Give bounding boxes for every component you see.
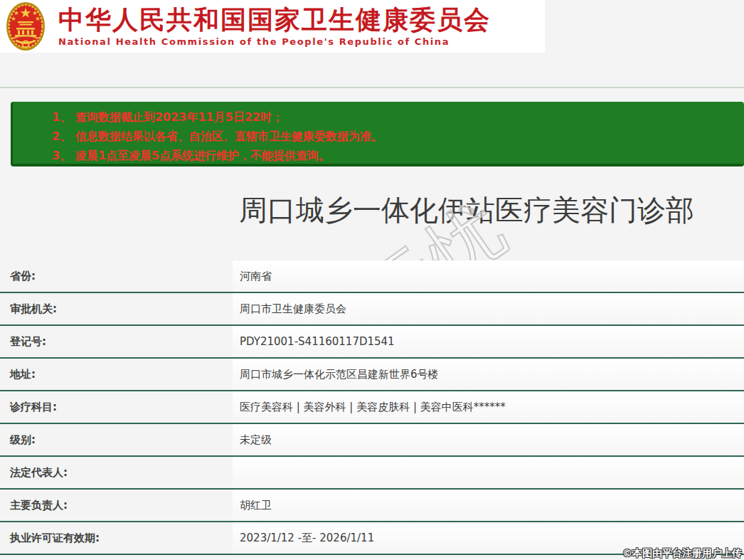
table-row: 地址:周口市城乡一体化示范区昌建新世界6号楼 xyxy=(0,359,744,391)
field-value: 医疗美容科 | 美容外科 | 美容皮肤科 | 美容中医科****** xyxy=(233,391,744,423)
field-value: PDY21001-S41160117D1541 xyxy=(233,326,744,357)
field-label: 级别: xyxy=(0,424,233,455)
field-label: 法定代表人: xyxy=(0,457,233,488)
site-title-chinese: 中华人民共和国国家卫生健康委员会 xyxy=(58,6,491,34)
field-label: 诊疗科目: xyxy=(0,391,233,423)
site-title-english: National Health Commission of the People… xyxy=(58,36,491,47)
field-value: 河南省 xyxy=(233,260,744,292)
field-label: 省份: xyxy=(0,260,233,292)
notice-item: 2、 信息数据结果以各省、自治区、直辖市卫生健康委数据为准。 xyxy=(52,127,738,146)
field-value xyxy=(233,457,744,488)
field-label: 主要负责人: xyxy=(0,490,233,521)
header-divider xyxy=(0,87,744,88)
image-attribution: ©本图由平台注册用户上传 xyxy=(622,547,742,560)
institution-info-table: 省份:河南省审批机关:周口市卫生健康委员会登记号:PDY21001-S41160… xyxy=(0,260,744,555)
notice-item: 3、 凌晨1点至凌晨5点系统进行维护，不能提供查询。 xyxy=(52,146,738,165)
header-titles: 中华人民共和国国家卫生健康委员会 National Health Commiss… xyxy=(58,6,491,47)
institution-name-title: 周口城乡一体化伊站医疗美容门诊部 xyxy=(189,192,744,228)
notice-box: 1、 查询数据截止到2023年11月5日22时； 2、 信息数据结果以各省、自治… xyxy=(11,102,744,167)
table-row: 登记号:PDY21001-S41160117D1541 xyxy=(0,326,744,359)
field-label: 地址: xyxy=(0,359,233,390)
table-row: 级别:未定级 xyxy=(0,424,744,457)
prc-national-emblem-icon xyxy=(6,1,46,51)
table-row: 主要负责人:胡红卫 xyxy=(0,490,744,522)
table-row: 诊疗科目:医疗美容科 | 美容外科 | 美容皮肤科 | 美容中医科****** xyxy=(0,391,744,424)
field-label: 执业许可证有效期: xyxy=(0,522,233,554)
field-value: 周口市卫生健康委员会 xyxy=(233,293,744,324)
table-row: 法定代表人: xyxy=(0,457,744,490)
field-value: 周口市城乡一体化示范区昌建新世界6号楼 xyxy=(233,359,744,390)
table-row: 审批机关:周口市卫生健康委员会 xyxy=(0,293,744,326)
field-value: 未定级 xyxy=(233,424,744,455)
field-label: 登记号: xyxy=(0,326,233,357)
field-value: 胡红卫 xyxy=(233,490,744,521)
site-header: 中华人民共和国国家卫生健康委员会 National Health Commiss… xyxy=(0,0,545,53)
field-label: 审批机关: xyxy=(0,293,233,324)
table-row: 省份:河南省 xyxy=(0,260,744,293)
notice-item: 1、 查询数据截止到2023年11月5日22时； xyxy=(52,107,738,127)
notice-list: 1、 查询数据截止到2023年11月5日22时； 2、 信息数据结果以各省、自治… xyxy=(52,107,738,165)
